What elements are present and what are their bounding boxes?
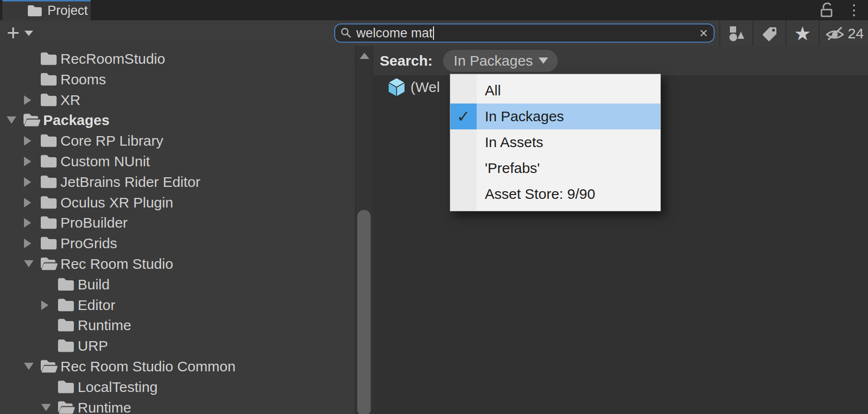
clear-search-icon[interactable]: × xyxy=(699,26,708,40)
search-scope-label: Search: xyxy=(380,53,433,69)
project-browser: RecRoomStudioRoomsXRPackagesCore RP Libr… xyxy=(0,46,868,414)
open-folder-icon xyxy=(23,113,40,127)
tree-item-label: URP xyxy=(78,335,108,356)
star-icon: ★ xyxy=(794,24,811,43)
search-icon xyxy=(340,27,352,39)
tab-project[interactable]: Project xyxy=(2,0,91,20)
open-folder-icon xyxy=(58,401,74,414)
folder-icon xyxy=(27,5,42,17)
tree-item[interactable]: Editor xyxy=(0,295,355,315)
folder-icon xyxy=(40,134,57,148)
tree-item[interactable]: Core RP Library xyxy=(0,130,355,151)
tree-item-label: RecRoomStudio xyxy=(60,48,165,69)
tree-item[interactable]: ProGrids xyxy=(0,233,355,253)
tree-item[interactable]: Custom NUnit xyxy=(0,151,355,172)
tree-item[interactable]: Build xyxy=(0,274,355,295)
prefab-cube-icon xyxy=(387,77,406,97)
tree-item-label: ProBuilder xyxy=(60,212,128,233)
search-scope-dropdown[interactable]: In Packages xyxy=(443,50,558,72)
tree-item-label: Build xyxy=(78,274,110,295)
tree-item-label: Rec Room Studio xyxy=(60,253,173,274)
menu-item[interactable]: Asset Store: 9/90 xyxy=(450,181,660,207)
hidden-count: 24 xyxy=(848,25,864,42)
expand-arrow-icon[interactable] xyxy=(24,177,31,187)
search-input[interactable]: welcome mat × xyxy=(334,23,715,43)
tree-item[interactable]: ProBuilder xyxy=(0,212,355,233)
tree-item[interactable]: Rec Room Studio xyxy=(0,253,355,274)
collapse-arrow-icon[interactable] xyxy=(7,116,16,124)
result-item-label: (Wel xyxy=(411,79,440,95)
search-by-type-button[interactable] xyxy=(720,21,752,46)
hidden-items-toggle[interactable]: 24 xyxy=(820,21,868,46)
tree-item[interactable]: Rooms xyxy=(0,69,355,90)
collapse-arrow-icon[interactable] xyxy=(24,260,34,267)
tree-item-label: JetBrains Rider Editor xyxy=(60,172,200,192)
menu-item-gutter xyxy=(450,155,477,181)
collapse-arrow-icon[interactable] xyxy=(24,363,34,370)
expand-arrow-icon[interactable] xyxy=(24,157,31,166)
plus-icon: + xyxy=(7,22,20,44)
checkmark-icon: ✓ xyxy=(450,104,477,129)
expand-arrow-icon[interactable] xyxy=(24,136,31,146)
expand-arrow-icon[interactable] xyxy=(24,95,31,105)
menu-item-label: 'Prefabs' xyxy=(485,160,540,176)
menu-item-gutter xyxy=(450,78,477,104)
tree-item-label: LocalTesting xyxy=(78,377,158,397)
tree-item[interactable]: Runtime xyxy=(0,397,355,414)
folder-icon xyxy=(40,52,57,66)
result-item[interactable]: (Wel xyxy=(387,77,440,98)
tree-item[interactable]: Packages xyxy=(0,110,355,130)
scrollbar-thumb[interactable] xyxy=(357,210,371,414)
kebab-menu-icon[interactable]: ⋮ xyxy=(847,3,861,17)
tab-bar: Project ⋮ xyxy=(0,0,868,20)
favorites-button[interactable]: ★ xyxy=(786,21,819,46)
tree-item[interactable]: RecRoomStudio xyxy=(0,48,355,69)
tree-item-label: Runtime xyxy=(78,397,131,414)
tree-item[interactable]: XR xyxy=(0,90,355,110)
tree-item[interactable]: Runtime xyxy=(0,315,355,335)
tree-item[interactable]: Oculus XR Plugin xyxy=(0,192,355,213)
tree-item[interactable]: URP xyxy=(0,335,355,356)
toolbar: + welcome mat × xyxy=(0,21,868,46)
menu-item[interactable]: 'Prefabs' xyxy=(450,155,660,181)
tree-item[interactable]: JetBrains Rider Editor xyxy=(0,172,355,192)
folder-icon xyxy=(58,318,74,332)
tree-item[interactable]: LocalTesting xyxy=(0,377,355,397)
menu-item[interactable]: All xyxy=(450,78,660,104)
menu-item-label: In Assets xyxy=(485,134,543,150)
search-scope-menu: All✓In PackagesIn Assets'Prefabs'Asset S… xyxy=(450,74,661,211)
tree-item-label: Oculus XR Plugin xyxy=(60,192,173,213)
folder-icon xyxy=(40,93,57,107)
folder-icon xyxy=(40,175,57,189)
tree-item-label: Editor xyxy=(78,295,115,315)
create-add-button[interactable]: + xyxy=(7,21,33,46)
search-by-label-button[interactable] xyxy=(753,21,786,46)
search-results-header: Search: In Packages xyxy=(374,46,868,75)
tree-item-label: Runtime xyxy=(78,315,131,335)
chevron-down-icon xyxy=(539,58,548,64)
unlock-icon[interactable] xyxy=(818,2,834,18)
expand-arrow-icon[interactable] xyxy=(24,198,31,207)
tree-item-label: Rec Room Studio Common xyxy=(60,356,235,377)
search-scope-value: In Packages xyxy=(454,53,533,69)
scroll-up-arrow-icon[interactable] xyxy=(360,53,369,59)
tree-item-label: ProGrids xyxy=(60,233,117,253)
menu-item[interactable]: ✓In Packages xyxy=(450,104,660,129)
collapse-arrow-icon[interactable] xyxy=(41,404,51,411)
expand-arrow-icon[interactable] xyxy=(41,300,48,310)
vertical-scrollbar[interactable] xyxy=(355,46,373,414)
folder-icon xyxy=(58,298,74,312)
folder-icon xyxy=(58,339,74,353)
menu-item[interactable]: In Assets xyxy=(450,129,660,155)
tree-item-label: Core RP Library xyxy=(60,130,164,151)
text-cursor xyxy=(433,26,434,40)
tab-label: Project xyxy=(47,3,88,18)
folder-icon xyxy=(58,277,74,291)
menu-item-label: In Packages xyxy=(485,108,564,125)
expand-arrow-icon[interactable] xyxy=(24,239,31,248)
menu-item-gutter xyxy=(450,181,477,207)
tree-item[interactable]: Rec Room Studio Common xyxy=(0,356,355,377)
search-value: welcome mat xyxy=(356,26,433,41)
folder-icon xyxy=(40,154,57,168)
expand-arrow-icon[interactable] xyxy=(24,218,31,228)
